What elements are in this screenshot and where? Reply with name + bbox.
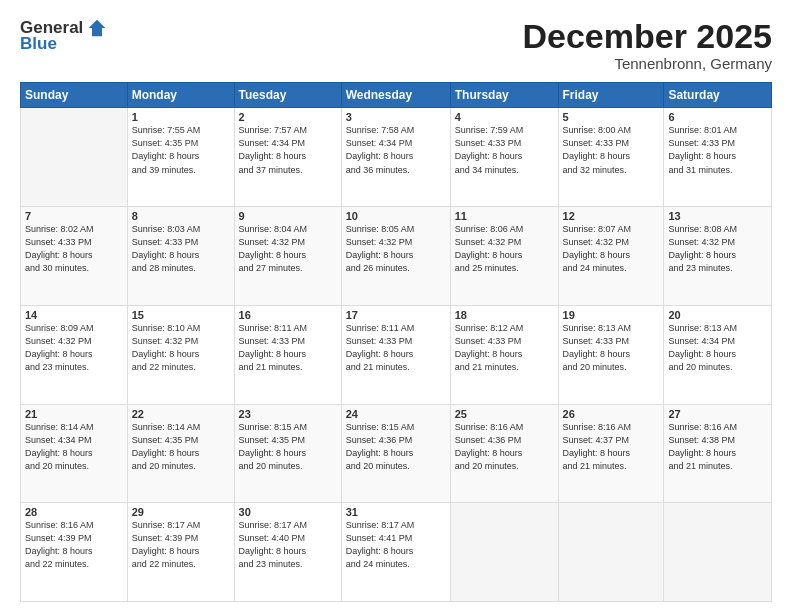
- day-number: 6: [668, 111, 767, 123]
- day-info: Sunrise: 8:16 AM Sunset: 4:37 PM Dayligh…: [563, 421, 660, 473]
- day-cell: 22Sunrise: 8:14 AM Sunset: 4:35 PM Dayli…: [127, 404, 234, 503]
- day-number: 9: [239, 210, 337, 222]
- logo: General Blue: [20, 18, 107, 54]
- day-number: 26: [563, 408, 660, 420]
- day-info: Sunrise: 8:03 AM Sunset: 4:33 PM Dayligh…: [132, 223, 230, 275]
- day-number: 29: [132, 506, 230, 518]
- day-info: Sunrise: 7:57 AM Sunset: 4:34 PM Dayligh…: [239, 124, 337, 176]
- day-info: Sunrise: 8:15 AM Sunset: 4:35 PM Dayligh…: [239, 421, 337, 473]
- day-cell: 10Sunrise: 8:05 AM Sunset: 4:32 PM Dayli…: [341, 207, 450, 306]
- day-cell: 20Sunrise: 8:13 AM Sunset: 4:34 PM Dayli…: [664, 305, 772, 404]
- day-info: Sunrise: 8:17 AM Sunset: 4:41 PM Dayligh…: [346, 519, 446, 571]
- day-info: Sunrise: 8:10 AM Sunset: 4:32 PM Dayligh…: [132, 322, 230, 374]
- day-info: Sunrise: 8:06 AM Sunset: 4:32 PM Dayligh…: [455, 223, 554, 275]
- day-number: 21: [25, 408, 123, 420]
- day-info: Sunrise: 8:16 AM Sunset: 4:39 PM Dayligh…: [25, 519, 123, 571]
- day-number: 4: [455, 111, 554, 123]
- day-cell: 28Sunrise: 8:16 AM Sunset: 4:39 PM Dayli…: [21, 503, 128, 602]
- day-cell: 14Sunrise: 8:09 AM Sunset: 4:32 PM Dayli…: [21, 305, 128, 404]
- day-number: 19: [563, 309, 660, 321]
- day-info: Sunrise: 8:13 AM Sunset: 4:34 PM Dayligh…: [668, 322, 767, 374]
- day-info: Sunrise: 8:16 AM Sunset: 4:36 PM Dayligh…: [455, 421, 554, 473]
- day-number: 18: [455, 309, 554, 321]
- day-number: 5: [563, 111, 660, 123]
- col-header-saturday: Saturday: [664, 83, 772, 108]
- day-info: Sunrise: 8:08 AM Sunset: 4:32 PM Dayligh…: [668, 223, 767, 275]
- day-number: 12: [563, 210, 660, 222]
- day-cell: 18Sunrise: 8:12 AM Sunset: 4:33 PM Dayli…: [450, 305, 558, 404]
- col-header-tuesday: Tuesday: [234, 83, 341, 108]
- day-cell: 15Sunrise: 8:10 AM Sunset: 4:32 PM Dayli…: [127, 305, 234, 404]
- logo-blue: Blue: [20, 34, 57, 54]
- page: General Blue December 2025 Tennenbronn, …: [0, 0, 792, 612]
- day-cell: 17Sunrise: 8:11 AM Sunset: 4:33 PM Dayli…: [341, 305, 450, 404]
- day-info: Sunrise: 8:14 AM Sunset: 4:34 PM Dayligh…: [25, 421, 123, 473]
- day-number: 15: [132, 309, 230, 321]
- day-number: 24: [346, 408, 446, 420]
- day-cell: 13Sunrise: 8:08 AM Sunset: 4:32 PM Dayli…: [664, 207, 772, 306]
- day-cell: 5Sunrise: 8:00 AM Sunset: 4:33 PM Daylig…: [558, 108, 664, 207]
- day-cell: 16Sunrise: 8:11 AM Sunset: 4:33 PM Dayli…: [234, 305, 341, 404]
- day-info: Sunrise: 8:16 AM Sunset: 4:38 PM Dayligh…: [668, 421, 767, 473]
- day-cell: [558, 503, 664, 602]
- day-cell: 27Sunrise: 8:16 AM Sunset: 4:38 PM Dayli…: [664, 404, 772, 503]
- day-number: 30: [239, 506, 337, 518]
- day-cell: 19Sunrise: 8:13 AM Sunset: 4:33 PM Dayli…: [558, 305, 664, 404]
- week-row-3: 14Sunrise: 8:09 AM Sunset: 4:32 PM Dayli…: [21, 305, 772, 404]
- month-title: December 2025: [522, 18, 772, 55]
- day-number: 10: [346, 210, 446, 222]
- location: Tennenbronn, Germany: [522, 55, 772, 72]
- day-cell: 2Sunrise: 7:57 AM Sunset: 4:34 PM Daylig…: [234, 108, 341, 207]
- day-number: 28: [25, 506, 123, 518]
- day-cell: 31Sunrise: 8:17 AM Sunset: 4:41 PM Dayli…: [341, 503, 450, 602]
- day-number: 3: [346, 111, 446, 123]
- day-info: Sunrise: 8:00 AM Sunset: 4:33 PM Dayligh…: [563, 124, 660, 176]
- day-info: Sunrise: 8:05 AM Sunset: 4:32 PM Dayligh…: [346, 223, 446, 275]
- day-cell: 4Sunrise: 7:59 AM Sunset: 4:33 PM Daylig…: [450, 108, 558, 207]
- day-cell: 8Sunrise: 8:03 AM Sunset: 4:33 PM Daylig…: [127, 207, 234, 306]
- day-number: 13: [668, 210, 767, 222]
- week-row-1: 1Sunrise: 7:55 AM Sunset: 4:35 PM Daylig…: [21, 108, 772, 207]
- col-header-sunday: Sunday: [21, 83, 128, 108]
- calendar: SundayMondayTuesdayWednesdayThursdayFrid…: [20, 82, 772, 602]
- day-number: 27: [668, 408, 767, 420]
- day-cell: 11Sunrise: 8:06 AM Sunset: 4:32 PM Dayli…: [450, 207, 558, 306]
- day-number: 20: [668, 309, 767, 321]
- day-number: 22: [132, 408, 230, 420]
- col-header-friday: Friday: [558, 83, 664, 108]
- day-info: Sunrise: 8:09 AM Sunset: 4:32 PM Dayligh…: [25, 322, 123, 374]
- day-cell: 23Sunrise: 8:15 AM Sunset: 4:35 PM Dayli…: [234, 404, 341, 503]
- day-info: Sunrise: 8:07 AM Sunset: 4:32 PM Dayligh…: [563, 223, 660, 275]
- day-info: Sunrise: 8:04 AM Sunset: 4:32 PM Dayligh…: [239, 223, 337, 275]
- day-number: 25: [455, 408, 554, 420]
- day-number: 2: [239, 111, 337, 123]
- day-number: 16: [239, 309, 337, 321]
- day-info: Sunrise: 8:14 AM Sunset: 4:35 PM Dayligh…: [132, 421, 230, 473]
- day-info: Sunrise: 8:15 AM Sunset: 4:36 PM Dayligh…: [346, 421, 446, 473]
- col-header-monday: Monday: [127, 83, 234, 108]
- day-info: Sunrise: 8:02 AM Sunset: 4:33 PM Dayligh…: [25, 223, 123, 275]
- day-number: 1: [132, 111, 230, 123]
- day-cell: 29Sunrise: 8:17 AM Sunset: 4:39 PM Dayli…: [127, 503, 234, 602]
- day-info: Sunrise: 8:11 AM Sunset: 4:33 PM Dayligh…: [239, 322, 337, 374]
- col-header-thursday: Thursday: [450, 83, 558, 108]
- day-number: 14: [25, 309, 123, 321]
- day-info: Sunrise: 7:59 AM Sunset: 4:33 PM Dayligh…: [455, 124, 554, 176]
- day-cell: [21, 108, 128, 207]
- day-info: Sunrise: 8:17 AM Sunset: 4:40 PM Dayligh…: [239, 519, 337, 571]
- day-cell: 7Sunrise: 8:02 AM Sunset: 4:33 PM Daylig…: [21, 207, 128, 306]
- week-row-5: 28Sunrise: 8:16 AM Sunset: 4:39 PM Dayli…: [21, 503, 772, 602]
- day-info: Sunrise: 8:11 AM Sunset: 4:33 PM Dayligh…: [346, 322, 446, 374]
- day-cell: 26Sunrise: 8:16 AM Sunset: 4:37 PM Dayli…: [558, 404, 664, 503]
- day-cell: 6Sunrise: 8:01 AM Sunset: 4:33 PM Daylig…: [664, 108, 772, 207]
- day-cell: 30Sunrise: 8:17 AM Sunset: 4:40 PM Dayli…: [234, 503, 341, 602]
- col-header-wednesday: Wednesday: [341, 83, 450, 108]
- day-cell: 21Sunrise: 8:14 AM Sunset: 4:34 PM Dayli…: [21, 404, 128, 503]
- day-number: 11: [455, 210, 554, 222]
- day-cell: 24Sunrise: 8:15 AM Sunset: 4:36 PM Dayli…: [341, 404, 450, 503]
- day-number: 8: [132, 210, 230, 222]
- day-number: 17: [346, 309, 446, 321]
- day-info: Sunrise: 8:17 AM Sunset: 4:39 PM Dayligh…: [132, 519, 230, 571]
- logo-icon: [87, 18, 107, 38]
- svg-marker-0: [89, 20, 106, 37]
